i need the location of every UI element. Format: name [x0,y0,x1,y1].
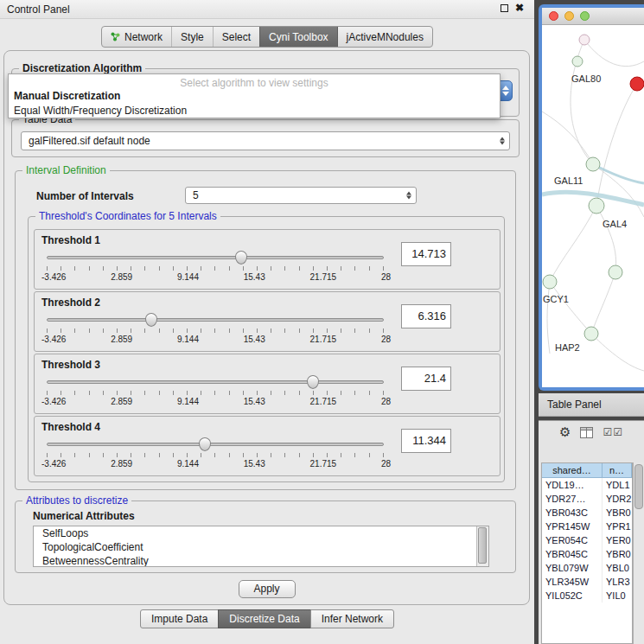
tick-label: -3.426 [41,272,66,282]
table-row[interactable]: YER054CYER0 [542,533,632,547]
threshold-value-field[interactable]: 11.344 [401,429,451,453]
column-header-shared-name[interactable]: shared… [542,463,603,478]
close-panel-icon[interactable]: ✖ [515,3,524,13]
close-icon[interactable] [549,11,558,21]
dropdown-placeholder-text: Select algorithm to view settings [9,74,500,89]
algorithm-option[interactable]: Manual Discretization [9,89,500,104]
network-node[interactable] [586,157,600,171]
tick-label: 21.715 [310,335,337,344]
tick-label: 2.859 [111,272,132,282]
node-label: GAL80 [571,73,601,84]
cell-shared-name: YBR045C [542,547,603,561]
zoom-icon[interactable] [580,11,590,21]
minimize-icon[interactable] [564,11,574,21]
tick-labels: -3.4262.8599.14415.4321.71528 [41,459,391,469]
table-scrollbar-thumb[interactable] [634,464,643,509]
float-window-icon[interactable] [501,4,508,12]
network-view-window: GAL80 GAL11 GAL4 GCY1 HAP2 [539,4,644,391]
tick-label: 2.859 [111,459,132,469]
threshold-value-field[interactable]: 21.4 [401,367,451,391]
slider-track [47,318,384,322]
table-row[interactable]: YBR045CYBR0 [542,547,632,561]
apply-button[interactable]: Apply [239,580,296,598]
threshold-value-field[interactable]: 6.316 [401,304,451,328]
network-node[interactable] [579,35,590,45]
settings-gear-icon[interactable]: ⚙ [559,425,571,439]
columns-icon[interactable] [580,427,593,438]
tick-label: 9.144 [177,459,199,469]
table-row[interactable]: YDL19…YDL1 [542,478,632,492]
table-row[interactable]: YDR27…YDR2 [542,492,632,506]
tick-label: 15.43 [244,272,265,282]
tab-select[interactable]: Select [213,27,259,47]
cell-name: YER0 [603,533,632,547]
threshold-label: Threshold 2 [41,296,100,309]
numerical-attributes-label: Numerical Attributes [33,510,135,522]
list-scrollbar-thumb[interactable] [478,527,487,564]
tab-cyni-toolbox[interactable]: Cyni Toolbox [259,27,336,47]
slider-thumb[interactable] [235,251,247,265]
threshold-slider[interactable] [47,375,384,389]
tab-label: Network [124,31,163,43]
cell-shared-name: YLR345W [542,575,603,589]
tick-label: -3.426 [41,459,66,469]
slider-track [47,256,384,259]
network-node[interactable] [572,56,583,67]
list-scrollbar[interactable] [476,526,488,566]
cell-name: YBL0 [603,561,632,575]
network-node[interactable] [584,327,598,341]
threshold-slider[interactable] [47,251,384,265]
table-panel-title: Table Panel [547,399,602,411]
num-intervals-combo[interactable]: 5 [185,187,417,204]
cell-name: YDL1 [603,478,632,492]
cell-name: YPR1 [603,520,632,533]
column-header-name[interactable]: n… [603,463,632,478]
threshold-panel: Threshold 4-3.4262.8599.14415.4321.71528… [34,416,501,476]
slider-thumb[interactable] [199,437,211,451]
table-row[interactable]: YBL079WYBL0 [542,561,632,575]
algorithm-option[interactable]: Equal Width/Frequency Discretization [9,104,500,118]
algorithm-dropdown: Select algorithm to view settings Manual… [8,73,501,118]
attribute-item[interactable]: SelfLoops [34,526,476,540]
threshold-label: Threshold 3 [41,359,100,371]
tick-label: -3.426 [41,335,66,344]
top-tabbar: NetworkStyleSelectCyni ToolboxjActiveMNo… [0,26,534,48]
network-canvas[interactable]: GAL80 GAL11 GAL4 GCY1 HAP2 [542,25,644,387]
attribute-item[interactable]: TopologicalCoefficient [34,540,476,554]
slider-thumb[interactable] [145,313,157,327]
table-scrollbar[interactable] [633,462,644,644]
network-node[interactable] [609,265,622,279]
tab-network[interactable]: Network [102,27,171,47]
table-row[interactable]: YIL052CYIL0 [542,589,632,603]
network-node[interactable] [589,198,604,214]
tick-label: 15.43 [244,459,265,469]
threshold-slider[interactable] [47,437,384,451]
table-data-combo[interactable]: galFiltered.sif default node [21,131,510,150]
cell-name: YIL0 [603,589,632,603]
attribute-item[interactable]: BetweennessCentrality [34,554,476,567]
attributes-group: Attributes to discretize Numerical Attri… [15,501,516,573]
tab-style[interactable]: Style [171,27,213,47]
node-label: GAL11 [554,175,583,186]
table-row[interactable]: YBR043CYBR0 [542,506,632,520]
select-columns-icons[interactable]: ☑☑ [603,426,623,438]
table-row[interactable]: YLR345WYLR3 [542,575,632,589]
tick-label: 28 [381,459,391,469]
slider-thumb[interactable] [307,375,319,389]
bottom-tab-infer-network[interactable]: Infer Network [310,609,394,628]
tick-label: -3.426 [41,397,66,406]
tick-label: 2.859 [111,397,132,406]
bottom-tab-impute-data[interactable]: Impute Data [140,609,219,628]
tick-label: 21.715 [310,459,337,469]
bottom-tab-discretize-data[interactable]: Discretize Data [218,609,310,628]
network-node-selected[interactable] [630,77,644,91]
threshold-value-field[interactable]: 14.713 [401,242,451,266]
threshold-slider[interactable] [47,313,384,327]
tick-labels: -3.4262.8599.14415.4321.71528 [41,335,391,344]
network-node[interactable] [543,275,557,289]
slider-ticks-icon [47,328,384,333]
table-row[interactable]: YPR145WYPR1 [542,520,632,533]
node-table: shared… n… YDL19…YDL1YDR27…YDR2YBR043CYB… [541,462,633,644]
threshold-label: Threshold 1 [41,234,100,246]
tab-jactivemnodules[interactable]: jActiveMNodules [337,27,432,47]
